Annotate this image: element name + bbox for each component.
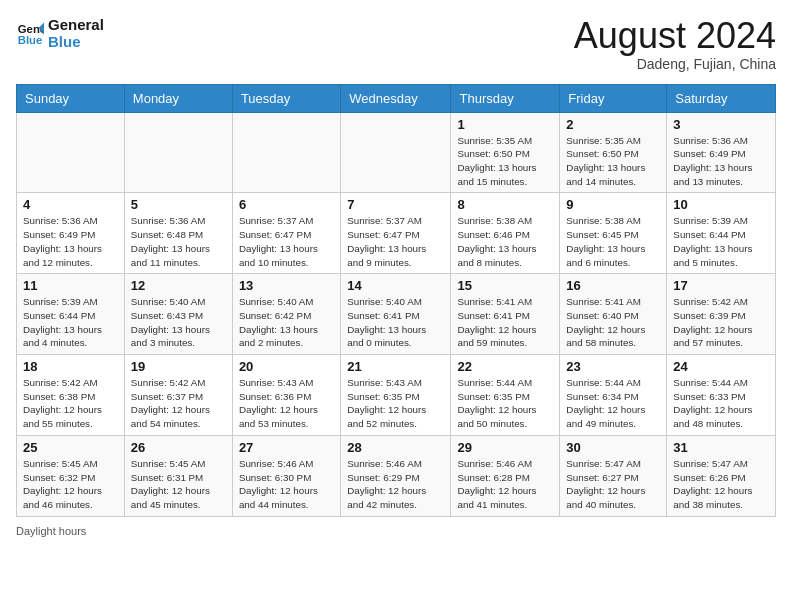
day-info: Sunrise: 5:37 AMSunset: 6:47 PMDaylight:… [239,214,334,269]
daylight-label: Daylight hours [16,525,86,537]
day-info: Sunrise: 5:36 AMSunset: 6:49 PMDaylight:… [673,134,769,189]
day-info: Sunrise: 5:35 AMSunset: 6:50 PMDaylight:… [566,134,660,189]
calendar-cell: 25Sunrise: 5:45 AMSunset: 6:32 PMDayligh… [17,435,125,516]
day-info: Sunrise: 5:39 AMSunset: 6:44 PMDaylight:… [673,214,769,269]
calendar-week-2: 4Sunrise: 5:36 AMSunset: 6:49 PMDaylight… [17,193,776,274]
calendar-cell: 12Sunrise: 5:40 AMSunset: 6:43 PMDayligh… [124,274,232,355]
day-info: Sunrise: 5:41 AMSunset: 6:41 PMDaylight:… [457,295,553,350]
day-info: Sunrise: 5:40 AMSunset: 6:41 PMDaylight:… [347,295,444,350]
day-number: 7 [347,197,444,212]
day-info: Sunrise: 5:40 AMSunset: 6:42 PMDaylight:… [239,295,334,350]
header-cell-thursday: Thursday [451,84,560,112]
day-number: 25 [23,440,118,455]
calendar-cell: 1Sunrise: 5:35 AMSunset: 6:50 PMDaylight… [451,112,560,193]
day-info: Sunrise: 5:42 AMSunset: 6:37 PMDaylight:… [131,376,226,431]
day-number: 11 [23,278,118,293]
day-number: 30 [566,440,660,455]
month-title: August 2024 [574,16,776,56]
header-cell-monday: Monday [124,84,232,112]
calendar-week-5: 25Sunrise: 5:45 AMSunset: 6:32 PMDayligh… [17,435,776,516]
calendar-cell: 9Sunrise: 5:38 AMSunset: 6:45 PMDaylight… [560,193,667,274]
day-info: Sunrise: 5:37 AMSunset: 6:47 PMDaylight:… [347,214,444,269]
day-number: 6 [239,197,334,212]
calendar-cell: 16Sunrise: 5:41 AMSunset: 6:40 PMDayligh… [560,274,667,355]
day-number: 13 [239,278,334,293]
day-number: 17 [673,278,769,293]
header-cell-sunday: Sunday [17,84,125,112]
day-number: 18 [23,359,118,374]
logo-text-general: General [48,16,104,33]
day-number: 19 [131,359,226,374]
day-number: 29 [457,440,553,455]
day-info: Sunrise: 5:45 AMSunset: 6:32 PMDaylight:… [23,457,118,512]
day-number: 10 [673,197,769,212]
day-info: Sunrise: 5:44 AMSunset: 6:35 PMDaylight:… [457,376,553,431]
calendar-week-1: 1Sunrise: 5:35 AMSunset: 6:50 PMDaylight… [17,112,776,193]
calendar-cell: 2Sunrise: 5:35 AMSunset: 6:50 PMDaylight… [560,112,667,193]
day-info: Sunrise: 5:41 AMSunset: 6:40 PMDaylight:… [566,295,660,350]
day-info: Sunrise: 5:42 AMSunset: 6:39 PMDaylight:… [673,295,769,350]
calendar-cell: 14Sunrise: 5:40 AMSunset: 6:41 PMDayligh… [341,274,451,355]
calendar-cell: 18Sunrise: 5:42 AMSunset: 6:38 PMDayligh… [17,355,125,436]
day-info: Sunrise: 5:36 AMSunset: 6:49 PMDaylight:… [23,214,118,269]
logo: General Blue General Blue [16,16,104,50]
calendar-cell: 3Sunrise: 5:36 AMSunset: 6:49 PMDaylight… [667,112,776,193]
calendar-cell: 20Sunrise: 5:43 AMSunset: 6:36 PMDayligh… [232,355,340,436]
calendar-cell: 13Sunrise: 5:40 AMSunset: 6:42 PMDayligh… [232,274,340,355]
day-info: Sunrise: 5:42 AMSunset: 6:38 PMDaylight:… [23,376,118,431]
day-info: Sunrise: 5:38 AMSunset: 6:46 PMDaylight:… [457,214,553,269]
day-number: 23 [566,359,660,374]
calendar-cell: 26Sunrise: 5:45 AMSunset: 6:31 PMDayligh… [124,435,232,516]
calendar-week-4: 18Sunrise: 5:42 AMSunset: 6:38 PMDayligh… [17,355,776,436]
page-header: General Blue General Blue August 2024 Da… [16,16,776,72]
day-info: Sunrise: 5:46 AMSunset: 6:29 PMDaylight:… [347,457,444,512]
day-info: Sunrise: 5:47 AMSunset: 6:26 PMDaylight:… [673,457,769,512]
title-block: August 2024 Dadeng, Fujian, China [574,16,776,72]
calendar-cell: 6Sunrise: 5:37 AMSunset: 6:47 PMDaylight… [232,193,340,274]
day-info: Sunrise: 5:39 AMSunset: 6:44 PMDaylight:… [23,295,118,350]
header-row: SundayMondayTuesdayWednesdayThursdayFrid… [17,84,776,112]
calendar-table: SundayMondayTuesdayWednesdayThursdayFrid… [16,84,776,517]
svg-text:Blue: Blue [18,34,43,46]
calendar-cell: 28Sunrise: 5:46 AMSunset: 6:29 PMDayligh… [341,435,451,516]
calendar-cell: 10Sunrise: 5:39 AMSunset: 6:44 PMDayligh… [667,193,776,274]
header-cell-saturday: Saturday [667,84,776,112]
logo-icon: General Blue [16,19,44,47]
day-number: 12 [131,278,226,293]
calendar-cell [232,112,340,193]
header-cell-friday: Friday [560,84,667,112]
day-number: 16 [566,278,660,293]
calendar-cell [341,112,451,193]
day-info: Sunrise: 5:38 AMSunset: 6:45 PMDaylight:… [566,214,660,269]
logo-text-blue: Blue [48,33,104,50]
day-number: 31 [673,440,769,455]
day-number: 21 [347,359,444,374]
day-info: Sunrise: 5:46 AMSunset: 6:30 PMDaylight:… [239,457,334,512]
calendar-cell: 31Sunrise: 5:47 AMSunset: 6:26 PMDayligh… [667,435,776,516]
day-number: 24 [673,359,769,374]
calendar-cell: 22Sunrise: 5:44 AMSunset: 6:35 PMDayligh… [451,355,560,436]
day-info: Sunrise: 5:36 AMSunset: 6:48 PMDaylight:… [131,214,226,269]
day-number: 26 [131,440,226,455]
day-number: 15 [457,278,553,293]
calendar-cell: 27Sunrise: 5:46 AMSunset: 6:30 PMDayligh… [232,435,340,516]
day-number: 4 [23,197,118,212]
calendar-header: SundayMondayTuesdayWednesdayThursdayFrid… [17,84,776,112]
day-number: 14 [347,278,444,293]
day-number: 20 [239,359,334,374]
calendar-cell: 5Sunrise: 5:36 AMSunset: 6:48 PMDaylight… [124,193,232,274]
calendar-cell: 8Sunrise: 5:38 AMSunset: 6:46 PMDaylight… [451,193,560,274]
day-info: Sunrise: 5:43 AMSunset: 6:36 PMDaylight:… [239,376,334,431]
calendar-cell: 7Sunrise: 5:37 AMSunset: 6:47 PMDaylight… [341,193,451,274]
calendar-cell: 21Sunrise: 5:43 AMSunset: 6:35 PMDayligh… [341,355,451,436]
day-number: 8 [457,197,553,212]
calendar-cell: 24Sunrise: 5:44 AMSunset: 6:33 PMDayligh… [667,355,776,436]
calendar-cell: 4Sunrise: 5:36 AMSunset: 6:49 PMDaylight… [17,193,125,274]
footer: Daylight hours [16,525,776,537]
header-cell-tuesday: Tuesday [232,84,340,112]
calendar-cell: 30Sunrise: 5:47 AMSunset: 6:27 PMDayligh… [560,435,667,516]
calendar-cell [17,112,125,193]
day-info: Sunrise: 5:45 AMSunset: 6:31 PMDaylight:… [131,457,226,512]
calendar-cell: 23Sunrise: 5:44 AMSunset: 6:34 PMDayligh… [560,355,667,436]
calendar-cell: 11Sunrise: 5:39 AMSunset: 6:44 PMDayligh… [17,274,125,355]
